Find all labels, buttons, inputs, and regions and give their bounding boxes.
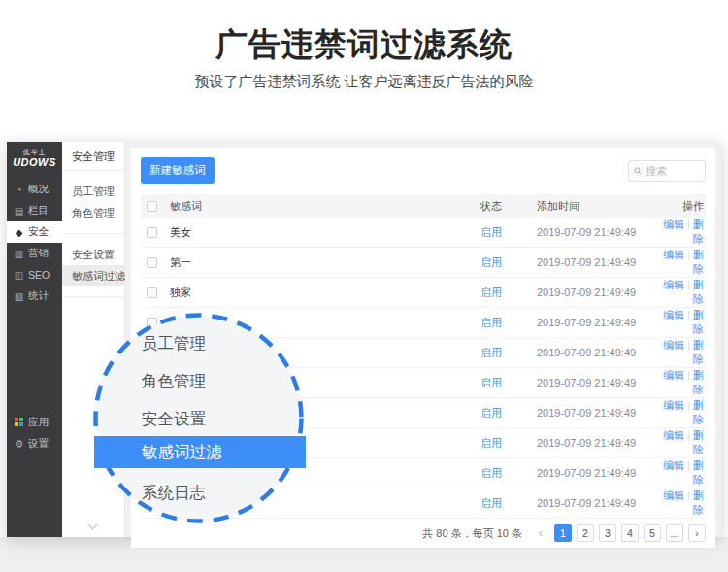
gear-icon: ⚙ <box>14 438 24 451</box>
pagination-page-5[interactable]: 5 <box>644 524 661 542</box>
status-link[interactable]: 启用 <box>480 407 502 419</box>
word-cell: 第一 <box>170 248 480 278</box>
delete-link[interactable]: 删除 <box>693 369 704 395</box>
delete-link[interactable]: 删除 <box>693 279 704 305</box>
submenu-divider <box>62 296 124 297</box>
edit-link[interactable]: 编辑 <box>663 489 684 501</box>
edit-link[interactable]: 编辑 <box>663 339 684 351</box>
submenu-item-staff[interactable]: 员工管理 <box>62 181 124 202</box>
sidebar-item-overview[interactable]: ◔ 概况 <box>7 179 62 200</box>
magnified-item-sensitive-words[interactable]: 敏感词过滤 <box>142 436 222 468</box>
ops-separator: | <box>687 219 690 230</box>
marketing-icon: ▥ <box>14 249 24 259</box>
col-ops: 操作 <box>653 194 706 218</box>
sidebar-item-label: 统计 <box>28 289 49 303</box>
submenu-item-sensitive-words[interactable]: 敏感词过滤 <box>62 265 124 286</box>
pagination-page-3[interactable]: 3 <box>599 524 616 542</box>
status-link[interactable]: 启用 <box>480 377 502 388</box>
sidebar-item-apps[interactable]: 应用 <box>7 412 62 433</box>
pagination-prev[interactable]: ‹ <box>532 524 549 542</box>
submenu-header: 安全管理 <box>62 142 124 171</box>
magnified-item-system-log[interactable]: 系统日志 <box>142 483 206 504</box>
status-link[interactable]: 启用 <box>480 226 502 238</box>
delete-link[interactable]: 删除 <box>693 219 704 245</box>
time-cell: 2019-07-09 21:49:49 <box>537 248 653 278</box>
sidebar-item-seo[interactable]: ◫ SEO <box>7 264 62 286</box>
time-cell: 2019-07-09 21:49:49 <box>537 218 653 248</box>
edit-link[interactable]: 编辑 <box>663 279 684 290</box>
col-word: 敏感词 <box>170 194 480 218</box>
delete-link[interactable]: 删除 <box>693 459 704 486</box>
pagination-ellipsis[interactable]: ... <box>666 524 683 542</box>
ops-separator: | <box>687 369 690 381</box>
sidebar-item-stats[interactable]: ▧ 统计 <box>7 286 62 307</box>
stats-icon: ▧ <box>14 291 24 302</box>
delete-link[interactable]: 删除 <box>693 249 704 275</box>
status-link[interactable]: 启用 <box>480 317 502 328</box>
select-all-checkbox[interactable] <box>147 201 157 212</box>
status-link[interactable]: 启用 <box>480 467 502 479</box>
magnified-item-roles[interactable]: 角色管理 <box>142 371 206 392</box>
primary-nav: ◔ 概况 ▤ 栏目 ◆ 安全 ▥ 营销 ◫ SEO ▧ 统计 <box>7 179 62 307</box>
search-icon <box>634 166 642 176</box>
table-row: 第一启用2019-07-09 21:49:49编辑|删除 <box>141 248 706 278</box>
edit-link[interactable]: 编辑 <box>663 369 684 381</box>
apps-icon <box>14 418 24 428</box>
status-link[interactable]: 启用 <box>480 256 502 268</box>
edit-link[interactable]: 编辑 <box>663 459 684 471</box>
edit-link[interactable]: 编辑 <box>663 399 684 411</box>
time-cell: 2019-07-09 21:49:49 <box>537 278 653 308</box>
sidebar-item-label: 栏目 <box>28 204 49 218</box>
security-icon: ◆ <box>14 227 24 238</box>
submenu-item-security-settings[interactable]: 安全设置 <box>62 244 124 265</box>
edit-link[interactable]: 编辑 <box>663 249 684 260</box>
row-checkbox[interactable] <box>147 287 157 298</box>
overview-icon: ◔ <box>14 185 24 195</box>
new-sensitive-word-button[interactable]: 新建敏感词 <box>141 157 215 184</box>
sidebar-item-security[interactable]: ◆ 安全 <box>7 221 62 243</box>
sidebar-item-columns[interactable]: ▤ 栏目 <box>7 200 62 221</box>
edit-link[interactable]: 编辑 <box>663 309 684 320</box>
sidebar-item-label: 营销 <box>28 247 49 260</box>
page-title: 广告违禁词过滤系统 <box>0 23 728 67</box>
word-cell: 独家 <box>170 278 480 308</box>
columns-icon: ▤ <box>14 206 24 217</box>
col-time: 添加时间 <box>537 194 653 218</box>
magnified-item-security-settings[interactable]: 安全设置 <box>142 409 206 430</box>
sidebar-item-label: SEO <box>28 269 50 281</box>
status-link[interactable]: 启用 <box>480 286 502 298</box>
magnified-selected-bar: 敏感词过滤 <box>94 436 306 468</box>
table-header-row: 敏感词 状态 添加时间 操作 <box>141 194 706 218</box>
pagination-summary: 共 80 条，每页 10 条 <box>422 526 522 541</box>
delete-link[interactable]: 删除 <box>693 339 704 365</box>
search-input[interactable] <box>645 165 700 177</box>
logo-en: UDOWS <box>13 156 56 168</box>
sidebar-item-label: 设置 <box>28 437 49 451</box>
pagination-page-1[interactable]: 1 <box>554 524 572 542</box>
ops-separator: | <box>687 279 690 290</box>
pagination-page-2[interactable]: 2 <box>577 524 594 542</box>
delete-link[interactable]: 删除 <box>693 399 704 425</box>
sidebar-item-settings[interactable]: ⚙ 设置 <box>7 433 62 454</box>
time-cell: 2019-07-09 21:49:49 <box>537 398 653 428</box>
row-checkbox[interactable] <box>147 257 157 268</box>
pagination-page-4[interactable]: 4 <box>621 524 639 542</box>
row-checkbox[interactable] <box>147 227 157 238</box>
delete-link[interactable]: 删除 <box>693 309 704 335</box>
delete-link[interactable]: 删除 <box>693 489 704 516</box>
status-link[interactable]: 启用 <box>480 347 502 358</box>
submenu-item-roles[interactable]: 角色管理 <box>62 202 124 223</box>
status-link[interactable]: 启用 <box>480 497 502 509</box>
search-box[interactable] <box>628 160 706 182</box>
word-cell: 美女 <box>170 218 480 248</box>
sidebar-item-marketing[interactable]: ▥ 营销 <box>7 243 62 264</box>
pagination-next[interactable]: › <box>688 524 706 542</box>
status-link[interactable]: 启用 <box>480 437 502 449</box>
edit-link[interactable]: 编辑 <box>663 219 684 230</box>
sidebar-item-label: 应用 <box>28 416 49 429</box>
ops-separator: | <box>687 399 690 411</box>
edit-link[interactable]: 编辑 <box>663 429 684 441</box>
ops-separator: | <box>687 459 690 471</box>
magnified-item-staff[interactable]: 员工管理 <box>142 333 206 354</box>
delete-link[interactable]: 删除 <box>693 429 704 455</box>
